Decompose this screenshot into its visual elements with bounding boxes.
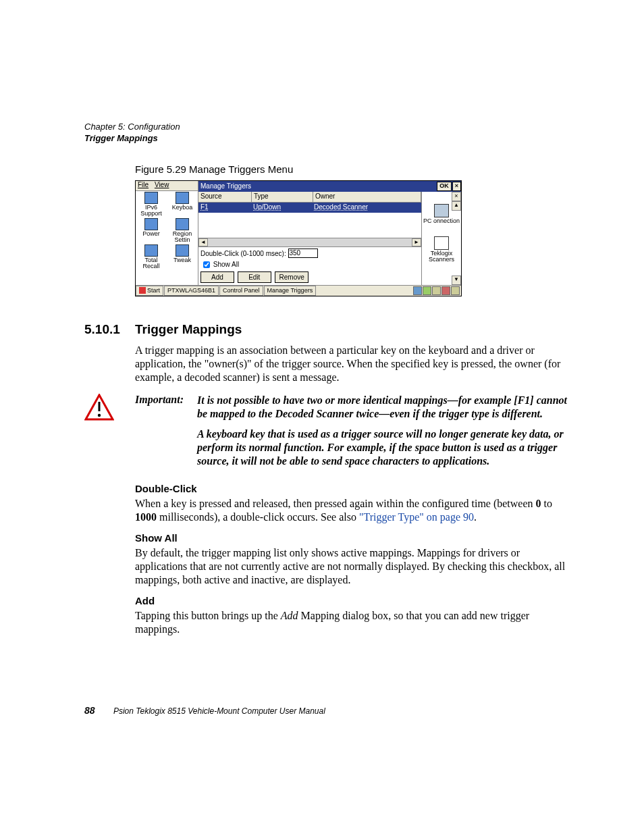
- important-text-1: It is not possible to have two or more i…: [197, 394, 570, 421]
- scroll-left-icon[interactable]: ◄: [198, 238, 208, 246]
- important-label: Important:: [135, 394, 197, 475]
- menubar: File View: [136, 181, 198, 191]
- grid-header: Source Type Owner: [198, 192, 421, 203]
- svg-point-1: [98, 414, 101, 417]
- intro-paragraph: A trigger mapping is an association betw…: [135, 344, 570, 384]
- screenshot-manage-triggers: File View IPv6 Support Keyboa Power Regi…: [135, 180, 462, 296]
- col-source[interactable]: Source: [198, 192, 252, 202]
- page-number: 88: [84, 705, 95, 716]
- subhead-double-click: Double-Click: [135, 483, 570, 494]
- taskbar: Start PTXWLAGS46B1 Control Panel Manage …: [136, 285, 461, 296]
- cell-owner: Decoded Scanner: [312, 203, 421, 213]
- show-all-paragraph: By default, the trigger mapping list onl…: [135, 546, 570, 587]
- scroll-down-icon[interactable]: ▼: [452, 276, 461, 285]
- subhead-add: Add: [135, 595, 570, 606]
- tray-icon[interactable]: [413, 286, 422, 295]
- running-header: Chapter 5: Configuration Trigger Mapping…: [84, 122, 570, 145]
- window-titlebar: Manage Triggers OK ×: [198, 181, 461, 192]
- taskbar-item-3[interactable]: Manage Triggers: [264, 286, 317, 296]
- subhead-show-all: Show All: [135, 532, 570, 544]
- double-click-paragraph: When a key is pressed and released, then…: [135, 497, 570, 524]
- figure-caption: Figure 5.29 Manage Triggers Menu: [135, 163, 570, 175]
- keyboard-icon: [176, 192, 189, 204]
- ipv6-icon: [144, 192, 158, 204]
- chapter-label: Chapter 5: Configuration: [84, 122, 570, 133]
- col-type[interactable]: Type: [252, 192, 313, 202]
- power-icon: [144, 218, 158, 230]
- manual-title: Psion Teklogix 8515 Vehicle-Mount Comput…: [113, 706, 325, 716]
- tray-icon[interactable]: [441, 286, 450, 295]
- grid-empty-area: ◄ ►: [198, 213, 421, 247]
- link-trigger-type[interactable]: "Trigger Type" on page 90: [359, 511, 474, 523]
- add-button[interactable]: Add: [200, 271, 234, 283]
- cell-source: F1: [198, 203, 251, 213]
- section-number: 5.10.1: [84, 322, 135, 337]
- double-click-input[interactable]: [288, 249, 318, 258]
- total-recall-icon: [144, 244, 158, 257]
- sidebar-close-icon[interactable]: ×: [452, 192, 461, 201]
- section-label: Trigger Mappings: [84, 133, 570, 145]
- icon-total-recall[interactable]: Total Recall: [136, 244, 167, 269]
- tray-icon[interactable]: [451, 286, 460, 295]
- system-tray: [413, 286, 461, 295]
- tweak-icon: [176, 244, 189, 257]
- close-button[interactable]: ×: [452, 182, 461, 191]
- important-note: Important: It is not possible to have tw…: [84, 394, 570, 475]
- taskbar-item-2[interactable]: Control Panel: [219, 286, 263, 296]
- globe-icon: [176, 218, 189, 230]
- barcode-icon: [434, 236, 449, 250]
- start-button[interactable]: Start: [136, 286, 163, 296]
- warning-icon: [84, 394, 124, 475]
- grid-row-selected[interactable]: F1 Up/Down Decoded Scanner: [198, 203, 421, 213]
- cell-type: Up/Down: [251, 203, 312, 213]
- tray-icon[interactable]: [423, 286, 431, 295]
- horizontal-scrollbar[interactable]: ◄ ►: [198, 238, 421, 246]
- tray-icon[interactable]: [432, 286, 441, 295]
- scroll-right-icon[interactable]: ►: [412, 238, 421, 246]
- edit-button[interactable]: Edit: [238, 271, 271, 283]
- add-paragraph: Tapping this button brings up the Add Ma…: [135, 609, 570, 636]
- ok-button[interactable]: OK: [437, 182, 452, 191]
- icon-region[interactable]: Region Settin: [167, 218, 198, 243]
- show-all-label: Show All: [213, 260, 239, 267]
- show-all-checkbox[interactable]: [203, 261, 210, 268]
- icon-keyboard[interactable]: Keyboa: [167, 192, 198, 217]
- menu-view[interactable]: View: [155, 181, 169, 188]
- icon-power[interactable]: Power: [136, 218, 167, 243]
- right-sidebar: × ▲ PC onnection Teklogix Scanners ▼: [421, 192, 461, 285]
- manage-triggers-window: Manage Triggers OK × Source Type Owner F…: [198, 181, 461, 285]
- icon-ipv6[interactable]: IPv6 Support: [136, 192, 167, 217]
- taskbar-item-1[interactable]: PTXWLAGS46B1: [164, 286, 219, 296]
- section-title: Trigger Mappings: [135, 322, 242, 337]
- control-panel-backdrop: File View IPv6 Support Keyboa Power Regi…: [136, 181, 198, 285]
- remove-button[interactable]: Remove: [275, 271, 308, 283]
- double-click-label: Double-Click (0-1000 msec):: [200, 249, 286, 257]
- col-owner[interactable]: Owner: [313, 192, 421, 202]
- window-title: Manage Triggers: [200, 182, 251, 190]
- menu-file[interactable]: File: [138, 181, 149, 188]
- pc-icon: [434, 204, 449, 217]
- icon-tweak[interactable]: Tweak: [167, 244, 198, 269]
- scroll-up-icon[interactable]: ▲: [452, 201, 461, 211]
- important-text-2: A keyboard key that is used as a trigger…: [197, 427, 570, 468]
- page-footer: 88 Psion Teklogix 8515 Vehicle-Mount Com…: [84, 705, 325, 716]
- icon-teklogix-scanners[interactable]: Teklogix Scanners: [422, 236, 461, 263]
